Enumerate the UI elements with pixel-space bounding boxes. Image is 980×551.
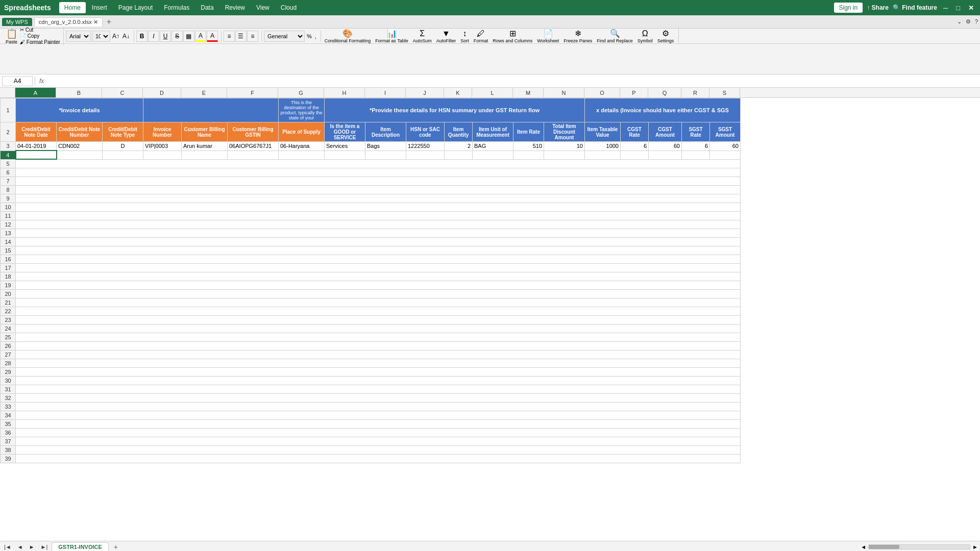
cell-D4[interactable] xyxy=(143,151,182,159)
cell-B3[interactable]: CDN002 xyxy=(57,142,103,151)
col-header-C[interactable]: C xyxy=(102,88,143,97)
cell-F4[interactable] xyxy=(228,151,279,159)
italic-btn[interactable]: I xyxy=(148,31,159,42)
help-icon[interactable]: ? xyxy=(975,18,978,25)
font-size-select[interactable]: 10 89111214 xyxy=(92,31,110,42)
paste-btn[interactable]: 📋 Paste xyxy=(4,28,19,45)
file-tab-xlsx[interactable]: cdn_org_v_2.0.0.xlsx ✕ xyxy=(34,17,103,27)
grid-scroll[interactable]: 1 *Invoice details This is the destinati… xyxy=(0,98,980,541)
settings-btn[interactable]: ⚙Settings xyxy=(656,28,676,44)
scroll-left-btn[interactable]: ◄ xyxy=(861,544,866,550)
cell-F3[interactable]: 06AIOPG6767J1 xyxy=(228,142,279,151)
shrink-font-btn[interactable]: A↓ xyxy=(121,33,131,40)
col-header-G[interactable]: G xyxy=(278,88,324,97)
font-color-btn[interactable]: A xyxy=(207,31,218,42)
cell-C4[interactable] xyxy=(103,151,143,159)
cell-Q3[interactable]: 60 xyxy=(649,142,682,151)
cell-G4[interactable] xyxy=(279,151,325,159)
cell-O3[interactable]: 1000 xyxy=(585,142,621,151)
cell-reference-box[interactable]: A4 xyxy=(2,76,33,86)
col-header-E[interactable]: E xyxy=(181,88,227,97)
col-header-R[interactable]: R xyxy=(681,88,709,97)
cell-K3[interactable]: 2 xyxy=(445,142,473,151)
cut-btn[interactable]: ✂ Cut xyxy=(20,27,60,33)
menu-tab-view[interactable]: View xyxy=(251,2,275,13)
cell-L4[interactable] xyxy=(473,151,513,159)
conditional-formatting-btn[interactable]: 🎨Conditional Formatting xyxy=(323,28,373,44)
align-right-btn[interactable]: ≡ xyxy=(247,31,258,42)
rows-columns-btn[interactable]: ⊞Rows and Columns xyxy=(491,28,534,44)
col-header-L[interactable]: L xyxy=(472,88,513,97)
cell-D3[interactable]: VIP|0003 xyxy=(143,142,182,151)
cell-H3[interactable]: Services xyxy=(325,142,365,151)
cell-P3[interactable]: 6 xyxy=(621,142,649,151)
scroll-right-btn[interactable]: ► xyxy=(972,544,978,550)
grow-font-btn[interactable]: A↑ xyxy=(111,33,120,40)
my-wps-tab[interactable]: My WPS xyxy=(2,18,32,26)
auto-filter-btn[interactable]: ▼AutoFilter xyxy=(435,29,458,44)
border-btn[interactable]: ▦ xyxy=(183,31,194,42)
cell-H4[interactable] xyxy=(325,151,365,159)
cell-K4[interactable] xyxy=(445,151,473,159)
cell-O4[interactable] xyxy=(585,151,621,159)
cell-M3[interactable]: 510 xyxy=(513,142,544,151)
cell-N3[interactable]: 10 xyxy=(544,142,585,151)
ribbon-collapse-btn[interactable]: ⌄ xyxy=(957,18,962,25)
cell-R4[interactable] xyxy=(682,151,710,159)
format-btn[interactable]: 🖊Format xyxy=(472,29,490,44)
copy-btn[interactable]: 📄 Copy xyxy=(20,33,60,39)
font-name-select[interactable]: Arial xyxy=(66,31,91,42)
cell-E4[interactable] xyxy=(182,151,228,159)
col-header-A[interactable]: A xyxy=(15,88,56,97)
sheet-tab-gstr1[interactable]: GSTR1-INVOICE xyxy=(52,542,109,551)
auto-sum-btn[interactable]: ΣAutoSum xyxy=(411,29,433,44)
worksheet-btn[interactable]: 📄Worksheet xyxy=(535,28,560,44)
format-painter-btn[interactable]: 🖌 Format Painter xyxy=(20,39,60,45)
add-tab-btn[interactable]: + xyxy=(105,17,113,27)
next-tab-btn[interactable]: ► xyxy=(27,543,37,551)
add-sheet-btn[interactable]: + xyxy=(111,542,121,552)
restore-btn[interactable]: □ xyxy=(954,4,962,12)
menu-tab-home[interactable]: Home xyxy=(59,2,86,13)
sign-in-button[interactable]: Sign in xyxy=(834,3,863,13)
find-replace-btn[interactable]: 🔍Find and Replace xyxy=(595,28,634,44)
cell-I3[interactable]: Bags xyxy=(365,142,406,151)
col-header-B[interactable]: B xyxy=(56,88,102,97)
strikethrough-btn[interactable]: S xyxy=(172,31,183,42)
first-tab-btn[interactable]: |◄ xyxy=(2,543,13,551)
cell-N4[interactable] xyxy=(544,151,585,159)
h-scrollbar-thumb[interactable] xyxy=(869,545,899,549)
cell-S3[interactable]: 60 xyxy=(710,142,741,151)
underline-btn[interactable]: U xyxy=(160,31,171,42)
col-header-K[interactable]: K xyxy=(444,88,472,97)
formula-input[interactable] xyxy=(48,78,978,85)
comma-btn[interactable]: , xyxy=(314,33,317,39)
align-left-btn[interactable]: ≡ xyxy=(224,31,235,42)
align-center-btn[interactable]: ☰ xyxy=(235,31,247,42)
percent-btn[interactable]: % xyxy=(306,33,313,39)
col-header-I[interactable]: I xyxy=(365,88,406,97)
cell-I4[interactable] xyxy=(365,151,406,159)
menu-tab-review[interactable]: Review xyxy=(220,2,250,13)
cell-A4[interactable] xyxy=(16,151,57,159)
col-header-O[interactable]: O xyxy=(584,88,620,97)
cell-P4[interactable] xyxy=(621,151,649,159)
format-as-table-btn[interactable]: 📊Format as Table xyxy=(374,28,409,44)
menu-tab-cloud[interactable]: Cloud xyxy=(276,2,302,13)
menu-tab-data[interactable]: Data xyxy=(195,2,218,13)
cell-Q4[interactable] xyxy=(649,151,682,159)
cell-L3[interactable]: BAG xyxy=(473,142,513,151)
cell-B4[interactable] xyxy=(57,151,103,159)
bold-btn[interactable]: B xyxy=(136,31,148,42)
col-header-Q[interactable]: Q xyxy=(648,88,681,97)
cell-E3[interactable]: Arun kumar xyxy=(182,142,228,151)
find-feature-btn[interactable]: 🔍 Find feature xyxy=(893,4,937,11)
settings-icon[interactable]: ⚙ xyxy=(966,18,971,25)
cell-J3[interactable]: 1222550 xyxy=(406,142,445,151)
share-btn[interactable]: ↑ Share xyxy=(867,4,889,11)
menu-tab-insert[interactable]: Insert xyxy=(87,2,112,13)
cell-M4[interactable] xyxy=(513,151,544,159)
last-tab-btn[interactable]: ►| xyxy=(39,543,50,551)
fill-color-btn[interactable]: A xyxy=(195,31,206,42)
menu-tab-formulas[interactable]: Formulas xyxy=(159,2,194,13)
